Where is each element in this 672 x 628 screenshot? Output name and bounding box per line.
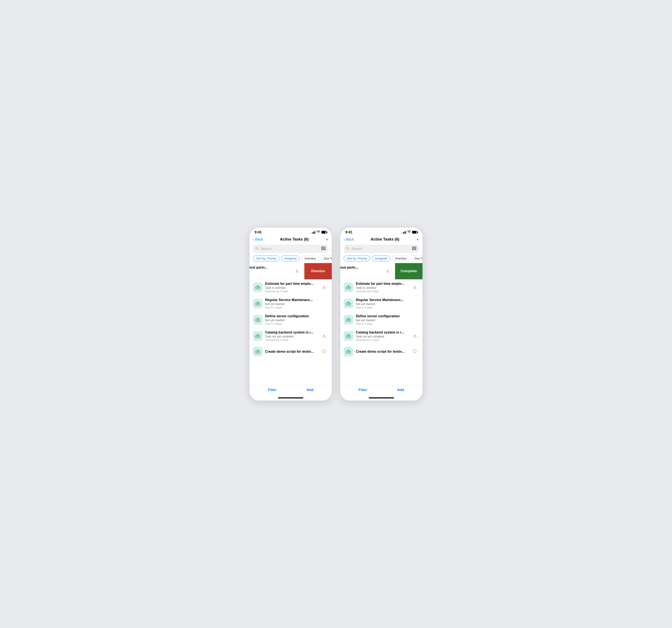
swipe-task-item[interactable]: sion needed about partn...not yet comple… (249, 263, 304, 279)
chevron-right-icon: › (327, 301, 329, 306)
status-icons (310, 230, 327, 234)
svg-rect-35 (256, 351, 260, 353)
nav-bar: ‹BackActive Tasks (6)+ (340, 235, 423, 243)
svg-rect-3 (322, 246, 323, 250)
task-item[interactable]: Create demo script for testin...!› (340, 344, 423, 359)
add-bottom-button[interactable]: Add (307, 388, 313, 392)
filter-chip-3[interactable]: Due Too (411, 255, 423, 261)
task-meta: ⚠› (322, 285, 329, 290)
task-item[interactable]: Estimate for part time emplo...Task is o… (340, 279, 423, 296)
svg-rect-67 (349, 320, 350, 321)
swipe-task-date: Due by 2 days (340, 273, 383, 277)
search-input[interactable]: Search (261, 247, 319, 251)
status-bar: 9:41 (249, 228, 332, 235)
task-avatar (253, 299, 263, 308)
chevron-right-icon: › (327, 285, 329, 290)
svg-rect-72 (346, 335, 351, 338)
task-content: Create demo script for testin... (265, 350, 319, 354)
svg-rect-9 (258, 287, 259, 288)
filter-chip-1[interactable]: Assigned (281, 255, 300, 261)
search-input[interactable]: Search (351, 247, 410, 251)
svg-point-76 (348, 334, 349, 335)
task-date: Due in 3 days (356, 322, 415, 325)
task-avatar (343, 282, 353, 292)
task-avatar (253, 347, 263, 356)
back-label: Back (346, 237, 354, 242)
task-avatar (253, 315, 263, 325)
status-icons (401, 230, 417, 234)
page-wrapper: 9:41 ‹BackActive Tasks (6)+ Search Sort … (249, 228, 423, 401)
task-item[interactable]: Define server configurationNot yet start… (249, 312, 332, 328)
filter-chip-2[interactable]: Overdue (392, 255, 410, 261)
search-icon (256, 247, 259, 251)
nav-title: Active Tasks (6) (280, 237, 309, 242)
filter-button[interactable]: Filter (359, 388, 367, 392)
home-bar (369, 397, 394, 398)
wifi-icon (407, 230, 411, 234)
task-item[interactable]: Regular Service Maintenanc...Not yet sta… (249, 296, 332, 312)
task-item[interactable]: Catalog backend system is r...Task not y… (340, 328, 423, 344)
swipe-action-button[interactable]: Complete (395, 263, 423, 279)
swipe-task-item[interactable]: sion needed about partn...not yet comple… (340, 263, 395, 279)
task-meta: › (418, 318, 419, 322)
svg-rect-50 (415, 246, 416, 250)
task-meta: !› (413, 349, 419, 354)
warning-icon: ! (413, 349, 416, 354)
task-content: Catalog backend system is r...Task not y… (356, 330, 411, 342)
task-subtitle: Task is overdue (265, 286, 320, 290)
search-bar[interactable]: Search (343, 245, 419, 253)
task-meta: ⚠› (322, 334, 329, 338)
svg-rect-65 (346, 319, 351, 322)
task-list: Dismisssion needed about partn...not yet… (249, 263, 332, 385)
svg-point-11 (257, 285, 258, 286)
svg-rect-49 (415, 246, 415, 250)
task-item[interactable]: Create demo script for testin...!› (249, 344, 332, 359)
filter-button[interactable]: Filter (268, 388, 277, 392)
svg-rect-80 (347, 352, 348, 352)
task-item[interactable]: Catalog backend system is r...Task not y… (249, 328, 332, 344)
task-title: Regular Service Maintenanc... (356, 298, 415, 302)
back-button[interactable]: ‹Back (343, 237, 354, 242)
back-button[interactable]: ‹Back (253, 237, 263, 242)
task-item[interactable]: Regular Service Maintenanc...Not yet sta… (340, 296, 423, 312)
task-subtitle: Not yet started (356, 302, 415, 306)
swipe-container: Dismisssion needed about partn...not yet… (249, 263, 332, 279)
filter-chip-3[interactable]: Due Too (320, 255, 332, 261)
filter-chip-0[interactable]: Sort by: Priority (343, 255, 370, 261)
filter-chip-0[interactable]: Sort by: Priority (253, 255, 280, 261)
search-bar[interactable]: Search (253, 245, 329, 253)
task-item[interactable]: Estimate for part time emplo...Task is o… (249, 279, 332, 296)
svg-line-1 (258, 249, 259, 250)
add-button[interactable]: + (326, 237, 329, 242)
task-subtitle: Not yet started (265, 302, 325, 306)
task-title: Define server configuration (265, 314, 325, 318)
battery-icon (412, 231, 417, 233)
swipe-action-button[interactable]: Dismiss (304, 263, 332, 279)
filter-chip-2[interactable]: Overdue (301, 255, 319, 261)
svg-rect-30 (258, 336, 259, 337)
swipe-task-title: sion needed about partn... (340, 266, 383, 270)
task-item[interactable]: Define server configurationNot yet start… (340, 312, 423, 328)
svg-point-25 (257, 318, 258, 319)
filter-chip-1[interactable]: Assigned (372, 255, 390, 261)
chevron-right-icon: › (327, 334, 329, 338)
barcode-icon[interactable] (321, 246, 326, 251)
add-button[interactable]: + (416, 237, 419, 242)
svg-rect-46 (412, 246, 413, 250)
task-meta: › (418, 301, 419, 306)
svg-rect-51 (346, 286, 351, 289)
add-bottom-button[interactable]: Add (397, 388, 404, 392)
svg-rect-8 (257, 287, 258, 288)
nav-bar: ‹BackActive Tasks (6)+ (249, 235, 332, 243)
barcode-icon[interactable] (412, 246, 416, 251)
task-date: Due in 4 days (265, 306, 325, 309)
chevron-right-icon: › (327, 318, 329, 322)
svg-point-32 (257, 334, 258, 335)
svg-rect-60 (349, 304, 350, 304)
svg-rect-52 (347, 287, 348, 288)
bottom-bar: FilterAdd (340, 385, 423, 396)
alert-icon: ⚠ (413, 334, 416, 338)
svg-rect-36 (257, 352, 258, 352)
back-chevron-icon: ‹ (343, 237, 345, 242)
task-avatar (343, 347, 353, 356)
